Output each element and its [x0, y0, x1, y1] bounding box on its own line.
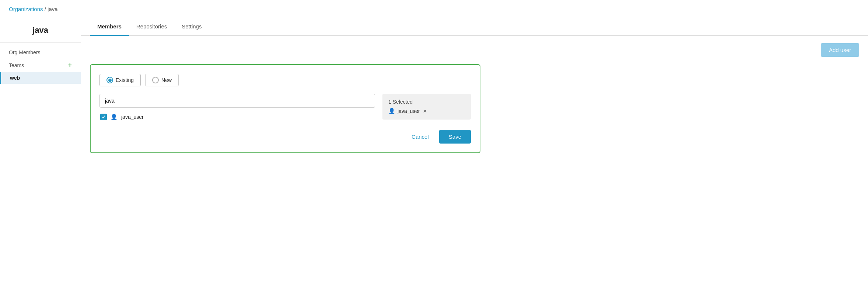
save-button[interactable]: Save [439, 130, 471, 144]
action-row: Cancel Save [99, 130, 471, 144]
main-content: Members Repositories Settings Add user E… [81, 18, 868, 293]
breadcrumb-current: java [48, 6, 58, 12]
selected-user-icon: 👤 [388, 108, 395, 114]
tab-repositories[interactable]: Repositories [129, 18, 174, 36]
radio-new[interactable]: New [145, 74, 179, 86]
sidebar-item-label: Teams [9, 62, 24, 68]
radio-existing[interactable]: Existing [99, 74, 141, 86]
radio-existing-circle [106, 77, 113, 83]
user-checkbox[interactable] [100, 114, 107, 120]
radio-existing-label: Existing [116, 77, 134, 83]
user-name: java_user [121, 114, 144, 120]
left-panel: 👤 java_user [99, 94, 375, 123]
breadcrumb-separator: / [43, 6, 48, 12]
breadcrumb-org-link[interactable]: Organizations [9, 6, 43, 12]
remove-user-button[interactable]: ✕ [423, 108, 427, 114]
breadcrumb: Organizations / java [0, 0, 868, 18]
tab-members[interactable]: Members [90, 18, 129, 36]
sidebar-item-web[interactable]: web [0, 72, 81, 84]
content-area: Add user Existing New [81, 36, 868, 293]
sidebar-item-label: web [10, 75, 20, 81]
user-icon: 👤 [111, 114, 118, 120]
radio-new-label: New [161, 77, 172, 83]
selected-user-name: java_user [398, 108, 420, 114]
add-user-button[interactable]: Add user [821, 43, 859, 57]
sidebar-item-label: Org Members [9, 49, 41, 55]
content-header: Add user [90, 43, 859, 57]
sidebar-title: java [0, 18, 81, 43]
add-user-modal: Existing New 👤 java_user [90, 64, 480, 153]
selected-panel: 1 Selected 👤 java_user ✕ [382, 94, 471, 120]
sidebar-item-org-members[interactable]: Org Members [0, 46, 81, 58]
sidebar: java Org Members Teams + web [0, 18, 81, 293]
tab-settings[interactable]: Settings [174, 18, 209, 36]
plus-icon[interactable]: + [68, 61, 72, 69]
search-input[interactable] [99, 94, 375, 108]
cancel-button[interactable]: Cancel [406, 131, 435, 143]
selected-count: 1 Selected [388, 99, 465, 105]
radio-new-circle [152, 77, 159, 83]
sidebar-item-teams[interactable]: Teams + [0, 58, 81, 72]
sidebar-nav: Org Members Teams + web [0, 43, 81, 87]
selected-user-chip: 👤 java_user ✕ [388, 108, 465, 114]
search-row: 👤 java_user 1 Selected 👤 java_user ✕ [99, 94, 471, 123]
user-row: 👤 java_user [99, 111, 375, 123]
tab-bar: Members Repositories Settings [81, 18, 868, 36]
radio-group: Existing New [99, 74, 471, 86]
